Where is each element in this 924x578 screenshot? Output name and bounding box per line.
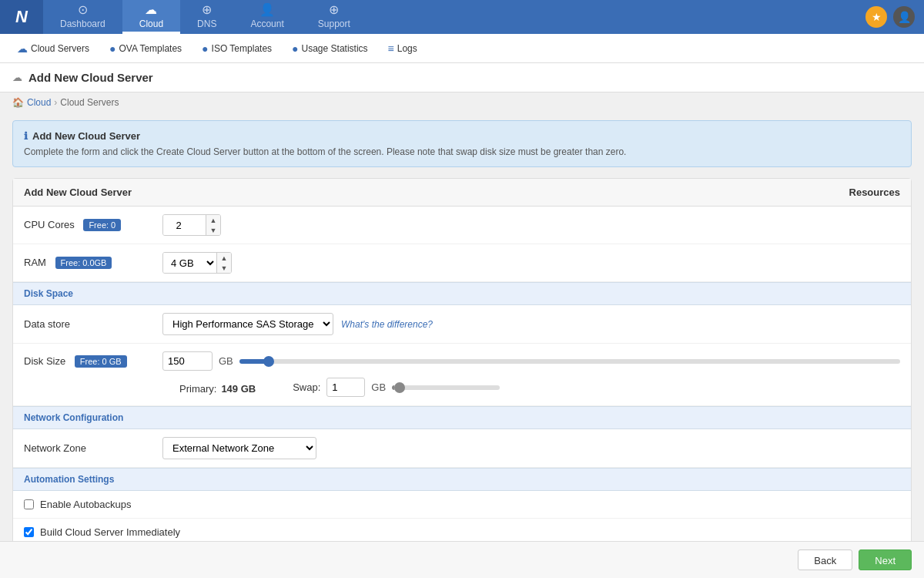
info-box-title: ℹ Add New Cloud Server (24, 130, 900, 142)
datastore-control: High Performance SAS Storage High SAS St… (162, 313, 900, 335)
network-zone-row: Network Zone External Network Zone Inter… (13, 429, 911, 468)
page-title: Add New Cloud Server (28, 71, 153, 84)
breadcrumb: 🏠 Cloud › Cloud Servers (0, 92, 924, 113)
user-button[interactable]: 👤 (893, 6, 915, 28)
nav-label-account: Account (250, 18, 283, 29)
network-config-section-header: Network Configuration (13, 406, 911, 429)
subnav-logs[interactable]: ≡ Logs (380, 38, 425, 59)
nav-item-dns[interactable]: ⊕ DNS (180, 0, 233, 34)
resources-label: Resources (849, 187, 900, 198)
dashboard-icon: ⊙ (78, 2, 88, 17)
breadcrumb-home[interactable]: Cloud (27, 97, 51, 108)
build-immediately-checkbox[interactable] (24, 527, 34, 537)
ram-label: RAM Free: 0.0GB (24, 257, 162, 269)
disk-size-input[interactable] (162, 351, 213, 371)
subnav-logs-label: Logs (397, 43, 417, 54)
cpu-cores-row: CPU Cores Free: 0 ▲ ▼ (13, 207, 911, 244)
primary-value: 149 GB (221, 383, 256, 395)
swap-slider[interactable] (392, 385, 500, 390)
subnav-cloud-servers-label: Cloud Servers (31, 43, 89, 54)
support-icon: ⊕ (329, 2, 339, 17)
account-icon: 👤 (259, 2, 275, 17)
dns-icon: ⊕ (202, 2, 212, 17)
logs-icon: ≡ (388, 42, 394, 55)
network-zone-control: External Network Zone Internal Network Z… (162, 437, 900, 459)
cloud-server-icon: ☁ (12, 72, 22, 83)
cloud-servers-icon: ☁ (17, 42, 28, 55)
autobackups-row: Enable Autobackups (13, 491, 911, 519)
cpu-label: CPU Cores Free: 0 (24, 219, 162, 231)
build-immediately-label[interactable]: Build Cloud Server Immediately (40, 526, 180, 538)
sub-nav: ☁ Cloud Servers ● OVA Templates ● ISO Te… (0, 34, 924, 63)
cpu-increment[interactable]: ▲ (206, 215, 220, 225)
subnav-iso-label: ISO Templates (212, 43, 272, 54)
nav-item-support[interactable]: ⊕ Support (301, 0, 367, 34)
subnav-stats-label: Usage Statistics (302, 43, 368, 54)
network-zone-select[interactable]: External Network Zone Internal Network Z… (162, 437, 316, 459)
info-box: ℹ Add New Cloud Server Complete the form… (12, 120, 912, 167)
home-icon: 🏠 (12, 97, 24, 108)
datastore-select[interactable]: High Performance SAS Storage High SAS St… (162, 313, 333, 335)
disk-space-section-header: Disk Space (13, 282, 911, 305)
cpu-input-wrapper: ▲ ▼ (162, 214, 221, 236)
info-icon: ℹ (24, 130, 28, 142)
nav-item-cloud[interactable]: ☁ Cloud (122, 0, 180, 34)
network-zone-label: Network Zone (24, 442, 162, 454)
nav-label-cloud: Cloud (139, 18, 163, 29)
ram-input-wrapper: 4 GB 8 GB 16 GB ▲ ▼ (162, 252, 232, 274)
ram-free-badge: Free: 0.0GB (55, 257, 112, 269)
disk-size-row-2: Primary: 149 GB Swap: GB (24, 377, 900, 398)
ram-select[interactable]: 4 GB 8 GB 16 GB (163, 253, 216, 273)
disk-size-controls: GB (162, 351, 900, 371)
disk-size-section: Disk Size Free: 0 GB GB Primary: 149 GB … (13, 344, 911, 406)
nav-items: ⊙ Dashboard ☁ Cloud ⊕ DNS 👤 Account ⊕ Su… (43, 0, 865, 34)
ram-control: 4 GB 8 GB 16 GB ▲ ▼ (162, 252, 900, 274)
automation-section-header: Automation Settings (13, 468, 911, 491)
iso-icon: ● (202, 42, 208, 55)
disk-unit-label: GB (219, 355, 233, 367)
stats-icon: ● (292, 42, 298, 55)
nav-item-account[interactable]: 👤 Account (233, 0, 300, 34)
whats-the-difference-link[interactable]: What's the difference? (341, 319, 433, 330)
footer-buttons: Back Next (0, 541, 924, 578)
nav-label-dns: DNS (197, 18, 216, 29)
cpu-control: ▲ ▼ (162, 214, 900, 236)
disk-free-badge: Free: 0 GB (75, 355, 127, 368)
swap-section: Swap: GB (293, 378, 500, 397)
ram-decrement[interactable]: ▼ (217, 263, 231, 273)
next-button[interactable]: Next (859, 549, 912, 570)
swap-input[interactable] (326, 378, 365, 397)
form-panel-title: Add New Cloud Server (24, 187, 132, 198)
breadcrumb-current: Cloud Servers (60, 97, 119, 108)
disk-size-slider[interactable] (239, 359, 900, 364)
ram-arrows: ▲ ▼ (216, 253, 231, 273)
subnav-ova-templates[interactable]: ● OVA Templates (102, 38, 189, 59)
nav-label-support: Support (318, 18, 350, 29)
swap-unit-label: GB (371, 381, 386, 393)
cpu-input[interactable] (163, 215, 206, 235)
info-box-text: Complete the form and click the Create C… (24, 146, 900, 157)
disk-size-label: Disk Size Free: 0 GB (24, 355, 162, 368)
ram-row: RAM Free: 0.0GB 4 GB 8 GB 16 GB ▲ ▼ (13, 244, 911, 282)
favorites-button[interactable]: ★ (865, 6, 887, 28)
form-panel: Add New Cloud Server Resources CPU Cores… (12, 178, 912, 578)
subnav-iso-templates[interactable]: ● ISO Templates (194, 38, 280, 59)
cpu-decrement[interactable]: ▼ (206, 225, 220, 235)
nav-item-dashboard[interactable]: ⊙ Dashboard (43, 0, 122, 34)
page-header: ☁ Add New Cloud Server (0, 63, 924, 92)
subnav-usage-statistics[interactable]: ● Usage Statistics (284, 38, 376, 59)
autobackups-checkbox[interactable] (24, 499, 34, 509)
subnav-cloud-servers[interactable]: ☁ Cloud Servers (9, 38, 97, 59)
cloud-icon: ☁ (145, 2, 157, 17)
form-panel-header: Add New Cloud Server Resources (13, 179, 911, 207)
back-button[interactable]: Back (798, 549, 852, 570)
disk-size-row-1: Disk Size Free: 0 GB GB (24, 351, 900, 371)
datastore-row: Data store High Performance SAS Storage … (13, 305, 911, 344)
ram-increment[interactable]: ▲ (217, 253, 231, 263)
swap-label: Swap: (293, 381, 320, 393)
subnav-ova-label: OVA Templates (119, 43, 182, 54)
autobackups-label[interactable]: Enable Autobackups (40, 499, 132, 510)
top-nav-right: ★ 👤 (865, 0, 924, 34)
breadcrumb-separator: › (54, 97, 57, 108)
top-nav: N ⊙ Dashboard ☁ Cloud ⊕ DNS 👤 Account ⊕ … (0, 0, 924, 34)
